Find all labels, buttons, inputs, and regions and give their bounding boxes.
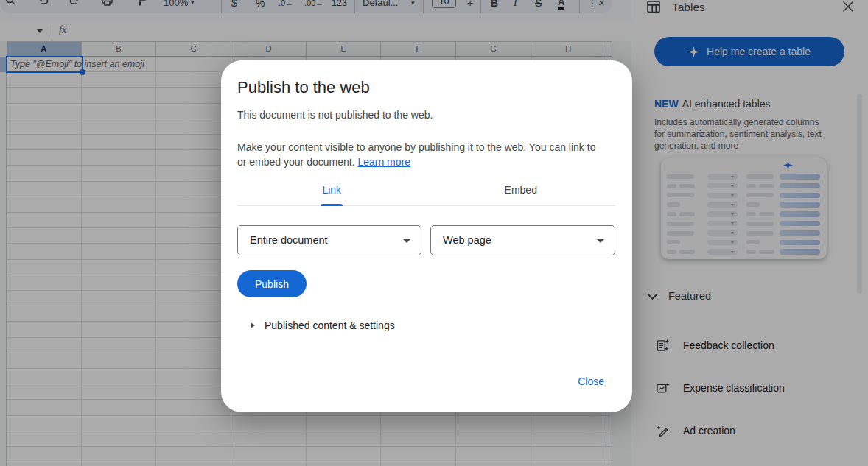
learn-more-link[interactable]: Learn more [357, 156, 410, 168]
dialog-title: Publish to the web [237, 78, 370, 97]
published-content-settings-expander[interactable]: Published content & settings [251, 320, 395, 331]
published-content-dropdown[interactable]: Entire document [237, 225, 421, 255]
dropdown-caret-icon [403, 239, 410, 243]
expander-label: Published content & settings [265, 320, 395, 331]
publish-description-text: Make your content visible to anyone by p… [237, 140, 607, 169]
expander-arrow-icon [251, 322, 255, 328]
publish-tabs: Link Embed [237, 178, 615, 206]
dropdown-caret-icon [597, 239, 604, 243]
publish-button[interactable]: Publish [237, 270, 307, 297]
tab-link[interactable]: Link [237, 178, 427, 205]
publish-to-web-dialog: Publish to the web This document is not … [221, 60, 632, 412]
active-tab-indicator [321, 204, 343, 206]
tab-embed[interactable]: Embed [427, 178, 616, 205]
close-dialog-button[interactable]: Close [578, 375, 604, 387]
publish-format-dropdown[interactable]: Web page [430, 225, 615, 255]
publish-status-text: This document is not published to the we… [237, 109, 433, 121]
